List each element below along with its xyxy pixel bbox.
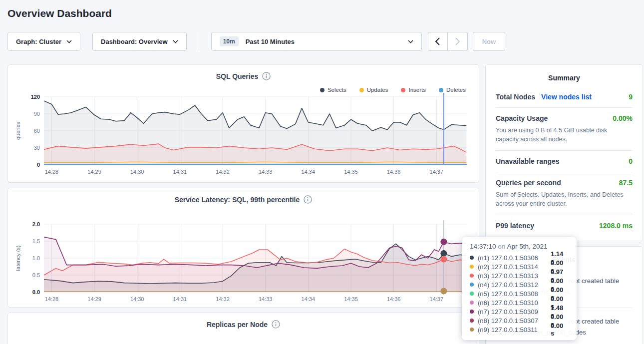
svg-text:14:35: 14:35 <box>344 169 358 175</box>
capacity-usage-value: 0.00% <box>613 114 633 122</box>
chart-hover-tooltip: 14:37:10 on Apr 5th, 2021 (n1) 127.0.0.1… <box>462 237 577 340</box>
time-range-label: Past 10 Minutes <box>246 38 295 45</box>
qps-value: 87.5 <box>619 179 633 187</box>
node-dot-icon <box>470 310 474 314</box>
svg-text:14:29: 14:29 <box>87 296 101 302</box>
legend-item-deletes[interactable]: Deletes <box>439 87 466 93</box>
graph-dropdown-label: Graph: Cluster <box>16 38 61 45</box>
chevron-down-icon <box>408 40 413 43</box>
svg-text:14:30: 14:30 <box>130 169 144 175</box>
dashboard-controls: Graph: Cluster Dashboard: Overview 10m P… <box>7 32 637 51</box>
time-range-badge: 10m <box>220 36 239 46</box>
node-dot-icon <box>470 283 474 287</box>
svg-text:1.0: 1.0 <box>32 255 40 261</box>
unavailable-ranges-value: 0 <box>629 157 633 165</box>
tooltip-timestamp: 14:37:10 on Apr 5th, 2021 <box>470 243 569 250</box>
service-latency-panel: Service Latency: SQL, 99th percentile 0.… <box>7 188 479 308</box>
svg-text:120: 120 <box>31 94 40 100</box>
legend-item-updates[interactable]: Updates <box>359 87 388 93</box>
svg-text:2.0: 2.0 <box>32 221 40 227</box>
svg-text:14:32: 14:32 <box>216 169 230 175</box>
tooltip-row: (n9) 127.0.0.1:503110.00 s <box>470 325 569 334</box>
time-range-pager <box>428 32 468 51</box>
svg-text:14:28: 14:28 <box>45 296 59 302</box>
replicas-panel: Replicas per Node <box>7 313 479 344</box>
node-dot-icon <box>470 319 474 323</box>
svg-text:0: 0 <box>37 162 40 168</box>
sql-queries-chart[interactable]: 030609012014:2814:2914:3014:3114:3214:33… <box>13 93 473 177</box>
unavailable-ranges-label: Unavailable ranges <box>496 157 560 165</box>
capacity-usage-label: Capacity Usage <box>496 114 548 122</box>
updates-dot-icon <box>359 88 364 92</box>
sql-queries-title: SQL Queries <box>216 72 259 80</box>
now-button[interactable]: Now <box>473 32 505 51</box>
dashboard-dropdown-label: Dashboard: Overview <box>101 38 168 45</box>
svg-text:14:29: 14:29 <box>87 169 101 175</box>
node-dot-icon <box>470 256 474 260</box>
svg-text:queries: queries <box>15 121 21 140</box>
selects-dot-icon <box>320 88 324 92</box>
controls-divider <box>199 32 199 51</box>
svg-text:14:34: 14:34 <box>302 169 316 175</box>
info-icon[interactable] <box>262 72 271 80</box>
summary-card: Summary Total Nodes View nodes list 9 Ca… <box>485 64 643 241</box>
deletes-dot-icon <box>439 88 443 92</box>
svg-text:14:35: 14:35 <box>344 296 358 302</box>
total-nodes-value: 9 <box>629 93 633 101</box>
svg-text:14:33: 14:33 <box>259 169 273 175</box>
capacity-usage-desc: You are using 0 B of 4.5 GiB usable disk… <box>496 126 626 144</box>
svg-text:0.0: 0.0 <box>32 289 40 295</box>
info-icon[interactable] <box>304 195 312 204</box>
node-dot-icon <box>470 265 474 269</box>
svg-text:14:37: 14:37 <box>430 296 444 302</box>
now-button-label: Now <box>482 38 496 45</box>
svg-text:14:37: 14:37 <box>430 169 444 175</box>
svg-text:14:30: 14:30 <box>130 296 144 302</box>
replicas-title: Replicas per Node <box>207 321 268 329</box>
svg-text:14:36: 14:36 <box>387 169 401 175</box>
svg-text:14:28: 14:28 <box>45 169 59 175</box>
svg-text:1.5: 1.5 <box>32 238 40 244</box>
time-range-dropdown[interactable]: 10m Past 10 Minutes <box>211 32 422 51</box>
page-title: Overview Dashboard <box>7 7 644 19</box>
svg-text:14:31: 14:31 <box>173 169 187 175</box>
svg-text:90: 90 <box>34 111 40 117</box>
node-dot-icon <box>470 292 474 296</box>
chevron-right-icon <box>455 37 460 45</box>
svg-text:0.5: 0.5 <box>32 272 40 278</box>
dashboard-dropdown[interactable]: Dashboard: Overview <box>92 32 187 51</box>
latency-chart[interactable]: 0.00.51.01.52.014:2814:2914:3014:3114:32… <box>13 220 473 304</box>
legend-item-selects[interactable]: Selects <box>320 87 346 93</box>
p99-latency-label: P99 latency <box>496 222 534 230</box>
svg-text:60: 60 <box>34 128 40 134</box>
chevron-down-icon <box>173 40 178 43</box>
node-dot-icon <box>470 301 474 305</box>
node-dot-icon <box>470 274 474 278</box>
svg-text:14:34: 14:34 <box>302 296 316 302</box>
total-nodes-label: Total Nodes <box>496 93 535 101</box>
inserts-dot-icon <box>401 88 405 92</box>
sql-queries-panel: SQL Queries Selects Updates Inserts Dele… <box>7 64 479 183</box>
svg-text:30: 30 <box>34 145 40 151</box>
graph-dropdown[interactable]: Graph: Cluster <box>7 32 80 51</box>
view-nodes-list-link[interactable]: View nodes list <box>541 93 592 101</box>
chevron-left-icon <box>435 37 440 45</box>
summary-title: Summary <box>496 74 633 82</box>
next-range-button[interactable] <box>448 32 468 51</box>
chevron-down-icon <box>66 40 72 43</box>
svg-text:latency (s): latency (s) <box>15 246 21 271</box>
chart-legend: Selects Updates Inserts Deletes <box>320 87 466 93</box>
svg-text:14:36: 14:36 <box>387 296 401 302</box>
svg-text:14:31: 14:31 <box>173 296 187 302</box>
qps-desc: Sum of Selects, Updates, Inserts, and De… <box>496 190 626 208</box>
service-latency-title: Service Latency: SQL, 99th percentile <box>175 196 300 204</box>
svg-text:14:32: 14:32 <box>216 296 230 302</box>
qps-label: Queries per second <box>496 179 561 187</box>
legend-item-inserts[interactable]: Inserts <box>401 87 426 93</box>
prev-range-button[interactable] <box>428 32 448 51</box>
p99-latency-value: 1208.0 ms <box>599 222 633 230</box>
node-dot-icon <box>470 328 474 332</box>
svg-text:14:33: 14:33 <box>259 296 273 302</box>
info-icon[interactable] <box>272 320 280 329</box>
